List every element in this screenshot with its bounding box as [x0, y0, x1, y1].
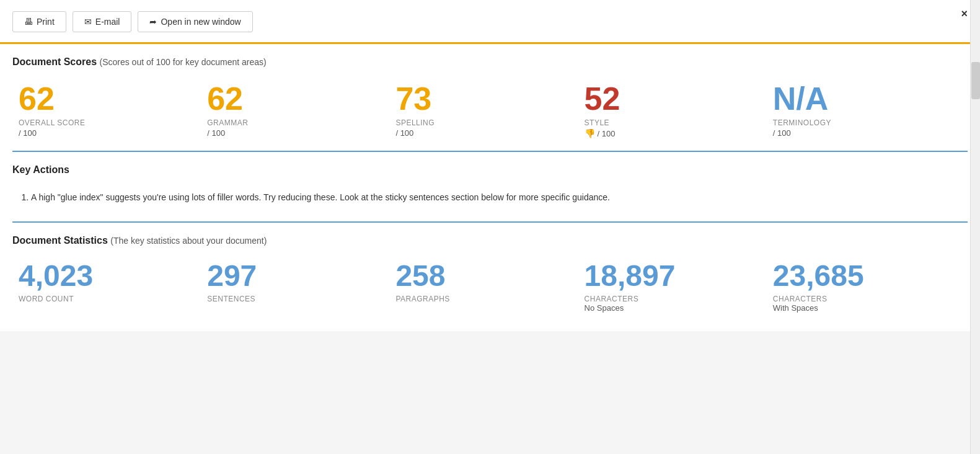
open-window-label: Open in new window	[161, 17, 241, 27]
email-button[interactable]: ✉ E-mail	[73, 11, 132, 32]
stat-label: CHARACTERS	[585, 295, 773, 303]
stat-label: WORD COUNT	[19, 295, 207, 303]
main-content: Document Scores (Scores out of 100 for k…	[0, 44, 980, 331]
open-window-icon: ➦	[149, 17, 157, 27]
stat-value: 18,897	[585, 261, 773, 291]
stat-value: 297	[207, 261, 395, 291]
stat-sublabel: No Spaces	[585, 303, 773, 313]
score-item: 73SPELLING/ 100	[395, 82, 584, 138]
stat-item: 4,023WORD COUNT	[19, 261, 207, 313]
score-item: 62OVERALL SCORE/ 100	[19, 82, 207, 138]
scrollbar-track[interactable]	[970, 0, 980, 454]
score-item: 52STYLE👎/ 100	[585, 82, 773, 138]
close-button[interactable]: ×	[961, 7, 968, 20]
document-statistics-section: Document Statistics (The key statistics …	[12, 223, 968, 319]
score-value: 62	[207, 82, 395, 115]
score-out-of: / 100	[207, 128, 395, 138]
score-value: 73	[395, 82, 584, 115]
score-label: TERMINOLOGY	[773, 118, 961, 127]
print-button[interactable]: 🖶 Print	[12, 11, 66, 32]
score-out-of: / 100	[395, 128, 584, 138]
score-value: 62	[19, 82, 207, 115]
score-out-of: 👎/ 100	[585, 128, 773, 138]
stat-value: 23,685	[773, 261, 961, 291]
print-icon: 🖶	[24, 17, 33, 27]
thumbs-down-icon: 👎	[585, 128, 595, 138]
score-label: STYLE	[585, 118, 773, 127]
stat-item: 23,685CHARACTERSWith Spaces	[773, 261, 961, 313]
open-window-button[interactable]: ➦ Open in new window	[138, 11, 252, 32]
stat-value: 4,023	[19, 261, 207, 291]
stat-label: CHARACTERS	[773, 295, 961, 303]
score-value: N/A	[773, 82, 961, 115]
stat-sublabel: With Spaces	[773, 303, 961, 313]
score-label: SPELLING	[395, 118, 584, 127]
stat-label: SENTENCES	[207, 295, 395, 303]
stat-item: 18,897CHARACTERSNo Spaces	[585, 261, 773, 313]
score-label: OVERALL SCORE	[19, 118, 207, 127]
print-label: Print	[37, 17, 55, 27]
score-value: 52	[585, 82, 773, 115]
score-out-of: / 100	[19, 128, 207, 138]
stats-row: 4,023WORD COUNT297SENTENCES258PARAGRAPHS…	[12, 261, 968, 313]
stat-label: PARAGRAPHS	[395, 295, 584, 303]
document-scores-header: Document Scores (Scores out of 100 for k…	[12, 56, 968, 68]
toolbar: 🖶 Print ✉ E-mail ➦ Open in new window	[0, 0, 980, 44]
score-item: N/ATERMINOLOGY/ 100	[773, 82, 961, 138]
stat-value: 258	[395, 261, 584, 291]
scrollbar-thumb[interactable]	[971, 62, 980, 99]
key-actions-section: Key Actions A high "glue index" suggests…	[12, 152, 968, 223]
score-out-of: / 100	[773, 128, 961, 138]
stat-item: 258PARAGRAPHS	[395, 261, 584, 313]
email-icon: ✉	[84, 17, 92, 27]
stat-item: 297SENTENCES	[207, 261, 395, 313]
key-actions-header: Key Actions	[12, 164, 968, 176]
document-statistics-header: Document Statistics (The key statistics …	[12, 235, 968, 246]
document-scores-section: Document Scores (Scores out of 100 for k…	[12, 44, 968, 152]
scores-row: 62OVERALL SCORE/ 10062GRAMMAR/ 10073SPEL…	[12, 82, 968, 138]
email-label: E-mail	[95, 17, 120, 27]
score-item: 62GRAMMAR/ 100	[207, 82, 395, 138]
action-list: A high "glue index" suggests you're usin…	[12, 185, 968, 209]
score-label: GRAMMAR	[207, 118, 395, 127]
action-item: A high "glue index" suggests you're usin…	[31, 185, 968, 209]
